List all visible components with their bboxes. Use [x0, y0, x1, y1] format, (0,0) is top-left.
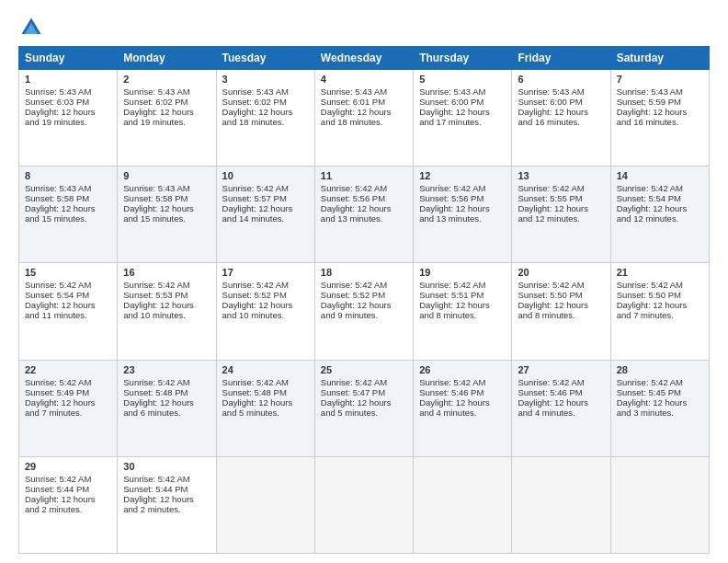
- sunrise-label: Sunrise: 5:43 AM: [25, 183, 91, 193]
- daylight-label: Daylight: 12 hours and 18 minutes.: [222, 107, 293, 127]
- sunrise-label: Sunrise: 5:42 AM: [617, 280, 683, 290]
- daylight-label: Daylight: 12 hours and 4 minutes.: [419, 397, 490, 418]
- sunset-label: Sunset: 6:01 PM: [321, 97, 385, 107]
- calendar-cell: 20 Sunrise: 5:42 AM Sunset: 5:50 PM Dayl…: [512, 263, 610, 360]
- sunrise-label: Sunrise: 5:42 AM: [419, 280, 485, 290]
- day-number: 18: [321, 267, 407, 278]
- daylight-label: Daylight: 12 hours and 5 minutes.: [222, 397, 293, 418]
- calendar-cell: 15 Sunrise: 5:42 AM Sunset: 5:54 PM Dayl…: [19, 263, 118, 360]
- daylight-label: Daylight: 12 hours and 16 minutes.: [518, 107, 588, 127]
- sunset-label: Sunset: 5:53 PM: [123, 290, 188, 300]
- sunrise-label: Sunrise: 5:42 AM: [123, 474, 189, 484]
- calendar-cell: 21 Sunrise: 5:42 AM Sunset: 5:50 PM Dayl…: [610, 263, 709, 360]
- day-number: 7: [617, 74, 703, 85]
- sunrise-label: Sunrise: 5:42 AM: [25, 280, 91, 290]
- sunrise-label: Sunrise: 5:43 AM: [617, 86, 683, 97]
- calendar-cell: 28 Sunrise: 5:42 AM Sunset: 5:45 PM Dayl…: [610, 360, 709, 456]
- sunrise-label: Sunrise: 5:43 AM: [25, 86, 91, 97]
- day-number: 29: [25, 461, 111, 472]
- day-number: 12: [419, 170, 506, 181]
- logo-icon: [18, 15, 44, 40]
- sunset-label: Sunset: 5:48 PM: [123, 387, 188, 397]
- sunrise-label: Sunrise: 5:42 AM: [321, 377, 387, 387]
- daylight-label: Daylight: 12 hours and 3 minutes.: [617, 397, 688, 418]
- sunrise-label: Sunrise: 5:42 AM: [123, 377, 189, 387]
- sunset-label: Sunset: 5:50 PM: [518, 290, 582, 300]
- day-number: 4: [321, 74, 407, 85]
- calendar-cell: 25 Sunrise: 5:42 AM Sunset: 5:47 PM Dayl…: [314, 360, 413, 456]
- sunset-label: Sunset: 5:45 PM: [617, 387, 681, 397]
- day-number: 21: [617, 267, 703, 278]
- calendar-cell: 12 Sunrise: 5:42 AM Sunset: 5:56 PM Dayl…: [414, 167, 512, 263]
- daylight-label: Daylight: 12 hours and 19 minutes.: [123, 107, 194, 127]
- daylight-label: Daylight: 12 hours and 6 minutes.: [123, 397, 194, 418]
- sunrise-label: Sunrise: 5:42 AM: [617, 377, 683, 387]
- day-number: 8: [25, 170, 111, 181]
- calendar-week-row: 22 Sunrise: 5:42 AM Sunset: 5:49 PM Dayl…: [19, 360, 710, 456]
- weekday-header-thursday: Thursday: [414, 47, 512, 70]
- sunrise-label: Sunrise: 5:42 AM: [419, 377, 485, 387]
- day-number: 15: [25, 267, 111, 278]
- sunset-label: Sunset: 5:59 PM: [617, 97, 681, 107]
- calendar-cell: 9 Sunrise: 5:43 AM Sunset: 5:58 PM Dayli…: [118, 167, 216, 263]
- calendar-page: SundayMondayTuesdayWednesdayThursdayFrid…: [0, 0, 728, 563]
- daylight-label: Daylight: 12 hours and 15 minutes.: [25, 203, 96, 224]
- daylight-label: Daylight: 12 hours and 2 minutes.: [123, 494, 194, 514]
- sunset-label: Sunset: 5:54 PM: [25, 290, 89, 300]
- sunset-label: Sunset: 5:57 PM: [222, 193, 287, 203]
- sunset-label: Sunset: 6:02 PM: [222, 97, 287, 107]
- sunrise-label: Sunrise: 5:42 AM: [617, 183, 683, 193]
- sunrise-label: Sunrise: 5:42 AM: [25, 474, 91, 484]
- sunset-label: Sunset: 5:46 PM: [518, 387, 582, 397]
- sunset-label: Sunset: 5:56 PM: [321, 193, 385, 203]
- sunrise-label: Sunrise: 5:43 AM: [222, 86, 289, 97]
- sunrise-label: Sunrise: 5:42 AM: [321, 183, 387, 193]
- sunset-label: Sunset: 5:47 PM: [321, 387, 385, 397]
- daylight-label: Daylight: 12 hours and 7 minutes.: [617, 300, 688, 320]
- calendar-cell: [216, 456, 314, 553]
- daylight-label: Daylight: 12 hours and 15 minutes.: [123, 203, 194, 224]
- daylight-label: Daylight: 12 hours and 8 minutes.: [518, 300, 588, 320]
- sunset-label: Sunset: 5:50 PM: [617, 290, 681, 300]
- sunset-label: Sunset: 5:56 PM: [419, 193, 483, 203]
- daylight-label: Daylight: 12 hours and 12 minutes.: [617, 203, 688, 224]
- sunrise-label: Sunrise: 5:42 AM: [222, 280, 289, 290]
- sunset-label: Sunset: 6:02 PM: [123, 97, 188, 107]
- daylight-label: Daylight: 12 hours and 17 minutes.: [419, 107, 490, 127]
- sunset-label: Sunset: 5:48 PM: [222, 387, 287, 397]
- daylight-label: Daylight: 12 hours and 13 minutes.: [419, 203, 490, 224]
- weekday-header-wednesday: Wednesday: [314, 47, 413, 70]
- day-number: 2: [123, 74, 210, 85]
- sunrise-label: Sunrise: 5:42 AM: [222, 183, 289, 193]
- calendar-cell: 18 Sunrise: 5:42 AM Sunset: 5:52 PM Dayl…: [314, 263, 413, 360]
- sunrise-label: Sunrise: 5:42 AM: [123, 280, 189, 290]
- calendar-cell: 5 Sunrise: 5:43 AM Sunset: 6:00 PM Dayli…: [414, 70, 512, 167]
- day-number: 17: [222, 267, 309, 278]
- daylight-label: Daylight: 12 hours and 13 minutes.: [321, 203, 392, 224]
- sunset-label: Sunset: 5:55 PM: [518, 193, 582, 203]
- sunrise-label: Sunrise: 5:43 AM: [518, 86, 584, 97]
- calendar-cell: 4 Sunrise: 5:43 AM Sunset: 6:01 PM Dayli…: [314, 70, 413, 167]
- day-number: 19: [419, 267, 506, 278]
- daylight-label: Daylight: 12 hours and 7 minutes.: [25, 397, 96, 418]
- day-number: 5: [419, 74, 506, 85]
- sunrise-label: Sunrise: 5:42 AM: [518, 183, 584, 193]
- calendar-week-row: 1 Sunrise: 5:43 AM Sunset: 6:03 PM Dayli…: [19, 70, 710, 167]
- day-number: 6: [518, 74, 604, 85]
- sunset-label: Sunset: 6:03 PM: [25, 97, 89, 107]
- day-number: 24: [222, 364, 309, 375]
- calendar-body: 1 Sunrise: 5:43 AM Sunset: 6:03 PM Dayli…: [19, 70, 710, 554]
- calendar-cell: 16 Sunrise: 5:42 AM Sunset: 5:53 PM Dayl…: [118, 263, 216, 360]
- sunrise-label: Sunrise: 5:43 AM: [321, 86, 387, 97]
- weekday-header-friday: Friday: [512, 47, 610, 70]
- sunrise-label: Sunrise: 5:42 AM: [518, 280, 584, 290]
- day-number: 3: [222, 74, 309, 85]
- calendar-cell: 29 Sunrise: 5:42 AM Sunset: 5:44 PM Dayl…: [19, 456, 118, 553]
- day-number: 13: [518, 170, 604, 181]
- daylight-label: Daylight: 12 hours and 11 minutes.: [25, 300, 96, 320]
- daylight-label: Daylight: 12 hours and 14 minutes.: [222, 203, 293, 224]
- sunrise-label: Sunrise: 5:42 AM: [321, 280, 387, 290]
- day-number: 14: [617, 170, 703, 181]
- weekday-header-tuesday: Tuesday: [216, 47, 314, 70]
- sunset-label: Sunset: 5:58 PM: [123, 193, 188, 203]
